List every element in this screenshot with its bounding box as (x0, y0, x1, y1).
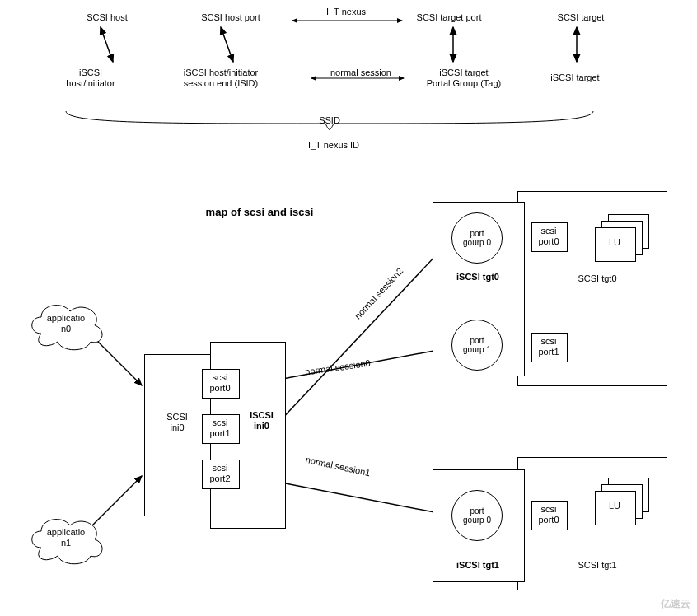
iscsi-target-label: iSCSI target (534, 72, 616, 83)
it-nexus-label: I_T nexus (313, 7, 379, 17)
diagram-title: map of scsi and iscsi (185, 206, 334, 219)
svg-line-1 (221, 27, 233, 62)
svg-line-0 (101, 27, 113, 62)
tgt0-port-group-1: port gourp 1 (451, 320, 503, 371)
tgt0-scsi-port-0-label: scsi port0 (531, 226, 566, 247)
iscsi-ini-label: iSCSI ini0 (239, 410, 284, 432)
session-2-label: normal session2 (330, 288, 428, 299)
tgt0-scsi-port-1-label: scsi port1 (531, 336, 566, 357)
scsi-ini-label: SCSI ini0 (152, 412, 202, 433)
scsi-tgt0-label: SCSI tgt0 (564, 273, 630, 284)
tgt1-port-group-0: port gourp 0 (451, 490, 503, 541)
application-1-label: applicatio n1 (37, 527, 95, 548)
watermark-label: 亿速云 (661, 597, 690, 611)
iscsi-tgt1-label: iSCSI tgt1 (445, 560, 511, 571)
ssid-label: SSID (305, 115, 354, 126)
scsi-target-label: SCSI target (544, 12, 618, 23)
tgt0-lu-label: LU (595, 237, 634, 248)
tgt0-port-group-0: port gourp 0 (451, 212, 503, 264)
iscsi-host-initiator-label: iSCSIhost/initiator (49, 68, 132, 89)
session-1-label: normal session1 (288, 461, 387, 472)
iscsi-isid-label: iSCSI host/initiatorsession end (ISID) (155, 68, 287, 89)
normal-session-label: normal session (320, 68, 402, 78)
ini-scsi-port-1-label: scsi port1 (202, 418, 238, 439)
scsi-host-label: SCSI host (74, 12, 140, 23)
svg-line-10 (265, 239, 451, 436)
application-0-label: applicatio n0 (37, 313, 95, 334)
it-nexus-id-label: I_T nexus ID (288, 140, 379, 151)
scsi-host-port-label: SCSI host port (185, 12, 276, 23)
ini-scsi-port-2-label: scsi port2 (202, 463, 238, 484)
scsi-target-port-label: SCSI target port (400, 12, 498, 23)
ini-scsi-port-0-label: scsi port0 (202, 372, 238, 394)
iscsi-tgt0-label: iSCSI tgt0 (445, 272, 511, 282)
iscsi-tgt-pg-label: iSCSI targetPortal Group (Tag) (410, 68, 517, 89)
tgt1-scsi-port-0-label: scsi port0 (531, 504, 566, 525)
session-0-label: normal session0 (288, 362, 387, 373)
scsi-tgt1-label: SCSI tgt1 (564, 560, 630, 571)
tgt1-lu-label: LU (595, 501, 634, 511)
